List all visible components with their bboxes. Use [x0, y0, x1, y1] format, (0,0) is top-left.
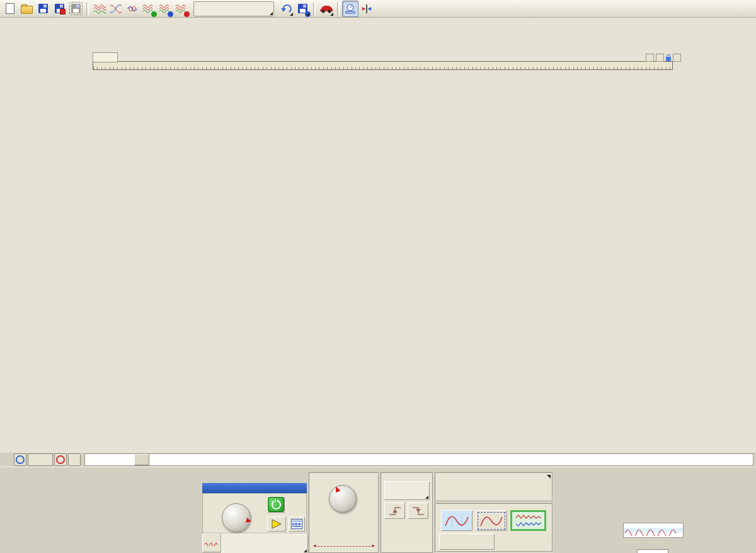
- rising-edge-button[interactable]: [384, 503, 405, 519]
- xy-mode-button[interactable]: [124, 1, 140, 17]
- new-file-icon: [6, 3, 14, 14]
- toolbar-separator: [86, 2, 89, 16]
- save-icon: [38, 4, 48, 13]
- markers-panel: [435, 472, 553, 502]
- samples-spinner[interactable]: [637, 549, 668, 553]
- calculator-button[interactable]: [289, 516, 305, 532]
- waveform-slot1-button[interactable]: [157, 1, 173, 17]
- horizontal-zoom-bar: [0, 453, 756, 467]
- undo-button[interactable]: [278, 1, 294, 17]
- main-toolbar: [0, 0, 756, 18]
- scrollbar-thumb[interactable]: [134, 454, 149, 465]
- time-scrollbar[interactable]: [84, 453, 753, 466]
- single-sweep-button[interactable]: [441, 510, 472, 531]
- rising-edge-icon: [387, 504, 403, 517]
- falling-edge-button[interactable]: [408, 503, 428, 519]
- loops-icon: [126, 4, 139, 14]
- check-badge-icon: [151, 11, 157, 17]
- continuous-mode-button[interactable]: [510, 510, 546, 531]
- scroll-left-button[interactable]: [68, 453, 81, 466]
- new-file-button[interactable]: [2, 1, 18, 17]
- sweep-span-arrow-icon: [314, 546, 374, 547]
- chart-trace-layer[interactable]: [0, 18, 756, 470]
- vehicle-button[interactable]: [318, 1, 335, 17]
- channel-name-header: [202, 483, 307, 493]
- split-arrows-icon: [362, 4, 372, 14]
- toolbar-separator: [313, 2, 316, 16]
- one-badge-icon: [168, 11, 173, 17]
- sensor-type-button[interactable]: [202, 533, 221, 552]
- zoom-in-time-button[interactable]: [54, 453, 67, 466]
- open-folder-icon: [21, 6, 33, 14]
- export-arrow-icon: [305, 11, 311, 17]
- power-face: [268, 497, 284, 512]
- overlay-waveforms-button[interactable]: [108, 1, 124, 17]
- sensor-wave-icon: [204, 540, 219, 546]
- sweep-preview: [623, 523, 684, 538]
- channel-power-button[interactable]: [267, 496, 285, 513]
- measure-mode-toggle[interactable]: [342, 1, 358, 17]
- save-as-marker: [60, 9, 66, 15]
- chart-area: [0, 18, 756, 470]
- crossed-waves-icon: [110, 4, 122, 14]
- continuous-mode-icon: [515, 513, 542, 528]
- undo-icon: [280, 4, 292, 14]
- waveforms-button[interactable]: [91, 1, 108, 17]
- falling-edge-icon: [411, 504, 426, 517]
- save-as-button[interactable]: [51, 1, 67, 17]
- waveform-slot2-button[interactable]: [173, 1, 190, 17]
- input-range-select[interactable]: [193, 1, 274, 16]
- panel-corner-icon[interactable]: [547, 475, 551, 479]
- two-badge-icon: [184, 11, 190, 17]
- car-icon: [319, 4, 333, 13]
- toolbar-separator: [337, 2, 340, 16]
- sync-source-select[interactable]: [384, 481, 430, 500]
- calculator-icon: [291, 519, 302, 529]
- export-floppy-icon: [298, 4, 307, 13]
- accept-waveform-button[interactable]: [140, 1, 157, 17]
- yellow-play-icon: [271, 519, 282, 529]
- zoom-in-icon: [56, 455, 65, 464]
- waves-icon: [93, 4, 106, 14]
- save-button[interactable]: [35, 1, 51, 17]
- save-as-icon: [55, 4, 64, 13]
- export-button[interactable]: [294, 1, 311, 17]
- app: { "toolbar":{"range_selector":"Зк 0...15…: [0, 0, 756, 553]
- power-icon: [272, 500, 281, 509]
- gauge-ruler-icon: [345, 4, 355, 14]
- selection-sweep-icon: [479, 514, 503, 528]
- zoom-out-time-button[interactable]: [14, 453, 26, 466]
- start-button[interactable]: [439, 533, 495, 550]
- zoom-scale-value: [28, 453, 53, 466]
- sensor-mode-select[interactable]: [221, 533, 308, 553]
- save-selection-icon: [71, 4, 81, 13]
- bottom-control-area: [0, 467, 756, 553]
- channel-test-button[interactable]: [267, 516, 286, 532]
- sweep-wave-icon: [624, 523, 682, 536]
- save-selection-button[interactable]: [67, 1, 84, 17]
- split-view-toggle[interactable]: [358, 1, 375, 17]
- single-sweep-icon: [444, 513, 469, 528]
- zoom-out-icon: [16, 455, 25, 464]
- open-file-button[interactable]: [18, 1, 35, 17]
- sweep-rate-knob[interactable]: [329, 485, 357, 513]
- selection-sweep-button[interactable]: [476, 510, 507, 531]
